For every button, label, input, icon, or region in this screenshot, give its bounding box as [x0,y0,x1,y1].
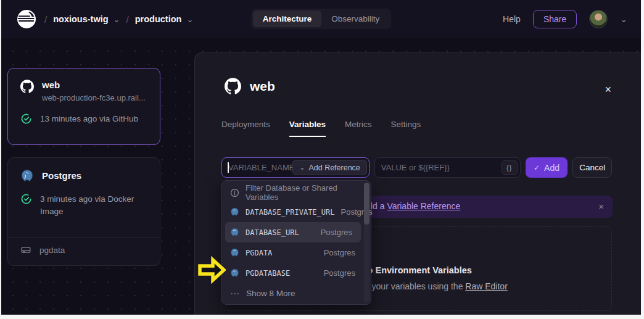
show-more-button[interactable]: ⋯ Show 8 More [222,283,364,304]
chevron-down-icon: ⌄ [299,164,305,172]
service-card-postgres[interactable]: Postgres 3 minutes ago via Docker Image … [7,157,160,266]
postgres-icon [230,207,239,217]
variable-reference-link[interactable]: Variable Reference [387,201,460,211]
breadcrumb: / noxious-twig ⌄ / production ⌄ [44,14,193,25]
dropdown-item-pgdata[interactable]: PGDATA Postgres [222,242,364,263]
dropdown-item-database-url[interactable]: DATABASE_URL Postgres [225,222,361,242]
volume-row[interactable]: pgdata [20,244,65,255]
variable-value-input[interactable] [374,157,521,178]
arrow-cursor-icon [196,255,226,288]
help-link[interactable]: Help [503,14,521,24]
tab-metrics[interactable]: Metrics [345,120,372,137]
check-circle-icon [20,193,32,205]
close-icon[interactable]: × [598,201,604,212]
panel-tabs: Deployments Variables Metrics Settings [221,120,421,137]
dropdown-filter-hint: Filter Database or Shared Variables [222,183,364,202]
tab-architecture[interactable]: Architecture [253,10,322,27]
view-switcher: Architecture Observability [251,9,392,29]
raw-editor-link[interactable]: Raw Editor [465,281,507,291]
variable-form: ⌄ Add Reference {} ✓ Add Cancel [221,157,612,178]
variable-reference-dropdown: Filter Database or Shared Variables DATA… [221,180,371,305]
avatar[interactable] [589,10,608,28]
tab-variables[interactable]: Variables [289,120,326,137]
tab-deployments[interactable]: Deployments [221,120,270,137]
postgres-icon [20,169,34,183]
project-canvas: web web-production-fc3e.up.rail... 13 mi… [1,38,641,315]
add-button-label: Add [544,163,559,173]
dropdown-item-pgdatabase[interactable]: PGDATABASE Postgres [222,263,364,283]
postgres-icon [230,248,239,257]
project-name[interactable]: noxious-twig [53,14,108,24]
service-domain[interactable]: web-production-fc3e.up.rail... [42,93,146,102]
dropdown-scrollbar[interactable] [364,183,369,302]
panel-title: web [250,79,275,94]
github-icon [20,80,34,102]
dropdown-scrollbar-thumb[interactable] [364,183,369,225]
cancel-button[interactable]: Cancel [572,157,612,178]
tab-settings[interactable]: Settings [391,120,421,137]
railway-logo-icon[interactable] [17,10,36,28]
add-reference-button[interactable]: ⌄ Add Reference [292,160,367,175]
deploy-status: 13 minutes ago via GitHub [40,113,138,125]
postgres-icon [230,268,239,278]
top-navbar: / noxious-twig ⌄ / production ⌄ Architec… [1,0,641,38]
volume-name: pgdata [39,246,65,255]
postgres-icon [230,228,239,237]
breadcrumb-separator: / [126,14,129,25]
navbar-right: Help Share ⌄ [503,0,627,38]
environment-name[interactable]: production [135,14,182,24]
service-card-web[interactable]: web web-production-fc3e.up.rail... 13 mi… [7,68,160,145]
share-button[interactable]: Share [533,10,577,28]
add-button[interactable]: ✓ Add [526,157,568,178]
check-circle-icon [20,113,32,125]
close-icon[interactable]: × [605,84,611,95]
deploy-status: 3 minutes ago via Docker Image [40,193,145,217]
check-icon: ✓ [534,164,540,172]
chevron-down-icon[interactable]: ⌄ [620,14,627,24]
divider [8,237,160,238]
tab-observability[interactable]: Observability [321,10,389,27]
service-name: Postgres [42,170,81,182]
ellipsis-icon: ⋯ [230,288,240,299]
add-reference-label: Add Reference [308,164,360,172]
app-window: / noxious-twig ⌄ / production ⌄ Architec… [1,0,641,315]
service-panel: web × Deployments Variables Metrics Sett… [194,52,641,315]
dropdown-item-database-private-url[interactable]: DATABASE_PRIVATE_URL Postgres [222,202,364,222]
service-name: web [42,80,146,91]
chevron-down-icon[interactable]: ⌄ [186,15,193,24]
volume-icon [20,244,31,255]
text-caret [228,162,229,173]
info-icon [230,188,239,197]
github-icon [225,78,241,94]
braces-icon[interactable]: {} [502,160,518,175]
chevron-down-icon[interactable]: ⌄ [114,15,120,24]
breadcrumb-separator: / [44,14,47,25]
